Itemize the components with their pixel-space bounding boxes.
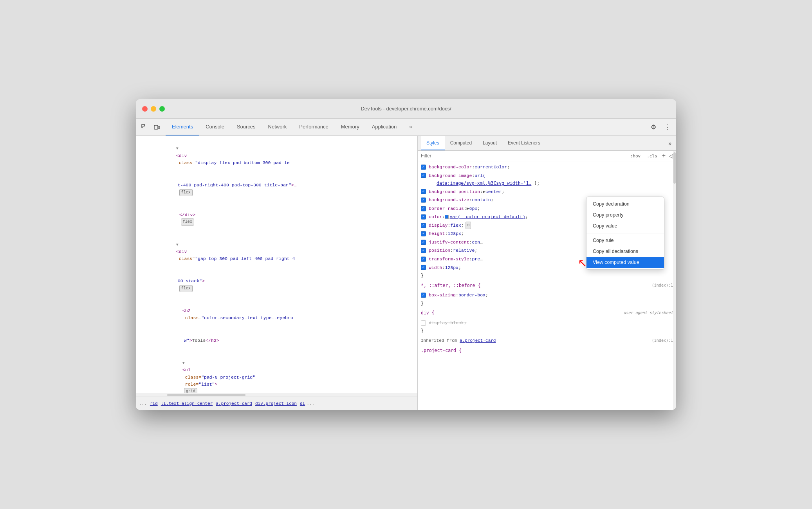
minimize-button[interactable] bbox=[151, 106, 156, 112]
scrollbar-thumb[interactable] bbox=[167, 394, 245, 396]
html-line: ▼ <ul class="pad-0 project-grid" role="l… bbox=[136, 352, 417, 393]
css-checkbox[interactable] bbox=[421, 292, 426, 298]
closing-brace-2: } bbox=[418, 300, 676, 308]
context-menu-copy-all-declarations[interactable]: Copy all declarations bbox=[586, 246, 664, 257]
css-prop-display-strikethrough[interactable]: display : block ; bbox=[418, 319, 676, 327]
html-line: <h2 class="color-secondary-text type--ey… bbox=[136, 300, 417, 330]
flex-badge[interactable]: ⊞ bbox=[466, 222, 471, 229]
tab-layout[interactable]: Layout bbox=[477, 136, 502, 150]
css-checkbox[interactable] bbox=[421, 231, 426, 236]
filter-bar: :hov .cls + ◁ bbox=[418, 151, 676, 161]
tab-performance[interactable]: Performance bbox=[293, 119, 334, 135]
context-menu-divider bbox=[586, 233, 664, 233]
css-checkbox[interactable] bbox=[421, 189, 426, 194]
more-options-icon[interactable]: ⋮ bbox=[662, 122, 673, 133]
toolbar-icons bbox=[139, 122, 162, 133]
tab-memory[interactable]: Memory bbox=[335, 119, 366, 135]
css-checkbox[interactable] bbox=[421, 173, 426, 178]
svg-rect-0 bbox=[142, 125, 144, 127]
main-content: ▼ <div class="display-flex pad-bottom-30… bbox=[136, 136, 676, 410]
html-line: w">Tools</h2> bbox=[136, 329, 417, 352]
tab-computed[interactable]: Computed bbox=[445, 136, 477, 150]
breadcrumb-di[interactable]: di bbox=[300, 401, 305, 406]
top-toolbar: Elements Console Sources Network Perform… bbox=[136, 119, 676, 136]
tab-network[interactable]: Network bbox=[262, 119, 293, 135]
traffic-lights bbox=[142, 106, 165, 112]
devtools-window: DevTools - developer.chrome.com/docs/ bbox=[136, 99, 676, 410]
devtools-panel: Elements Console Sources Network Perform… bbox=[136, 119, 676, 410]
style-tabs: Styles Computed Layout Event Listeners » bbox=[418, 136, 676, 151]
inspect-icon[interactable] bbox=[139, 122, 150, 133]
inherited-from-link[interactable]: a.project-card bbox=[460, 338, 496, 343]
html-line: ▼ <div class="display-flex pad-bottom-30… bbox=[136, 137, 417, 174]
title-bar: DevTools - developer.chrome.com/docs/ bbox=[136, 99, 676, 119]
html-line: </div> flex bbox=[136, 204, 417, 234]
styles-pane: Styles Computed Layout Event Listeners » bbox=[418, 136, 676, 410]
rule-div: div { user agent stylesheet bbox=[418, 308, 676, 319]
css-checkbox-unchecked[interactable] bbox=[421, 320, 426, 325]
svg-rect-4 bbox=[158, 126, 160, 128]
context-menu-copy-declaration[interactable]: Copy declaration bbox=[586, 199, 664, 209]
tab-styles[interactable]: Styles bbox=[421, 136, 445, 150]
tab-sources[interactable]: Sources bbox=[231, 119, 262, 135]
toolbar-right: ⚙ ⋮ bbox=[648, 122, 673, 133]
context-menu-view-computed[interactable]: View computed value bbox=[586, 257, 664, 268]
maximize-button[interactable] bbox=[159, 106, 165, 112]
html-pane: ▼ <div class="display-flex pad-bottom-30… bbox=[136, 136, 418, 410]
cls-button[interactable]: .cls bbox=[645, 153, 659, 159]
scrollbar-right[interactable] bbox=[673, 151, 676, 410]
breadcrumb: ... rid li.text-align-center a.project-c… bbox=[136, 397, 417, 410]
window-title: DevTools - developer.chrome.com/docs/ bbox=[361, 106, 451, 112]
breadcrumb-div-project-icon[interactable]: div.project-icon bbox=[255, 401, 297, 406]
html-line: 00 stack"> flex bbox=[136, 270, 417, 300]
settings-icon[interactable]: ⚙ bbox=[648, 122, 659, 133]
css-var-link[interactable]: var(--color-project-default) bbox=[449, 213, 525, 221]
tab-more[interactable]: » bbox=[403, 119, 418, 135]
css-checkbox[interactable] bbox=[421, 223, 426, 228]
closing-brace: } bbox=[418, 272, 676, 280]
tab-event-listeners[interactable]: Event Listeners bbox=[502, 136, 546, 150]
breadcrumb-li[interactable]: li.text-align-center bbox=[161, 401, 213, 406]
close-button[interactable] bbox=[142, 106, 148, 112]
style-tabs-more[interactable]: » bbox=[667, 139, 673, 148]
css-checkbox[interactable] bbox=[421, 265, 426, 270]
svg-rect-3 bbox=[154, 125, 158, 129]
tab-console[interactable]: Console bbox=[199, 119, 231, 135]
inherited-from-header: Inherited from a.project-card (index):1 bbox=[418, 336, 676, 346]
tab-elements[interactable]: Elements bbox=[166, 119, 199, 135]
css-prop-background-position[interactable]: background-position : ▶ center ; bbox=[418, 188, 676, 196]
css-prop-background-color[interactable]: background-color : currentColor ; bbox=[418, 163, 676, 171]
tab-application[interactable]: Application bbox=[366, 119, 403, 135]
css-checkbox[interactable] bbox=[421, 215, 426, 220]
html-line: t-400 pad-right-400 pad-top-300 title-ba… bbox=[136, 174, 417, 204]
breadcrumb-rid[interactable]: rid bbox=[150, 401, 158, 406]
css-checkbox[interactable] bbox=[421, 164, 426, 170]
horizontal-scrollbar[interactable] bbox=[136, 393, 417, 397]
scrollbar-thumb-right[interactable] bbox=[673, 152, 676, 184]
css-checkbox[interactable] bbox=[421, 197, 426, 202]
rule-project-card: .project-card { bbox=[418, 346, 676, 356]
html-tree[interactable]: ▼ <div class="display-flex pad-bottom-30… bbox=[136, 136, 417, 393]
context-menu-copy-value[interactable]: Copy value bbox=[586, 220, 664, 231]
breadcrumb-a[interactable]: a.project-card bbox=[216, 401, 252, 406]
closing-brace-3: } bbox=[418, 327, 676, 336]
filter-input[interactable] bbox=[421, 153, 626, 159]
color-swatch[interactable] bbox=[445, 215, 449, 219]
css-checkbox[interactable] bbox=[421, 248, 426, 253]
css-checkbox[interactable] bbox=[421, 256, 426, 262]
rule-universal: *, ::after, ::before { (index):1 bbox=[418, 280, 676, 291]
hov-button[interactable]: :hov bbox=[629, 153, 642, 159]
device-icon[interactable] bbox=[152, 122, 162, 133]
collapse-button[interactable]: ◁ bbox=[669, 153, 673, 159]
main-tabs: Elements Console Sources Network Perform… bbox=[166, 119, 648, 135]
add-style-button[interactable]: + bbox=[662, 152, 666, 159]
html-line: ▼ <div class="gap-top-300 pad-left-400 p… bbox=[136, 233, 417, 270]
css-checkbox[interactable] bbox=[421, 240, 426, 245]
context-menu: Copy declaration Copy property Copy valu… bbox=[586, 197, 664, 270]
css-bg-image-url: data:image/svg+xml,%3Csvg_width='1… ); bbox=[418, 180, 676, 188]
css-checkbox[interactable] bbox=[421, 206, 426, 211]
context-menu-copy-property[interactable]: Copy property bbox=[586, 209, 664, 220]
context-menu-copy-rule[interactable]: Copy rule bbox=[586, 235, 664, 246]
css-prop-background-image[interactable]: background-image : url( bbox=[418, 171, 676, 180]
css-prop-box-sizing[interactable]: box-sizing : border-box ; bbox=[418, 291, 676, 300]
